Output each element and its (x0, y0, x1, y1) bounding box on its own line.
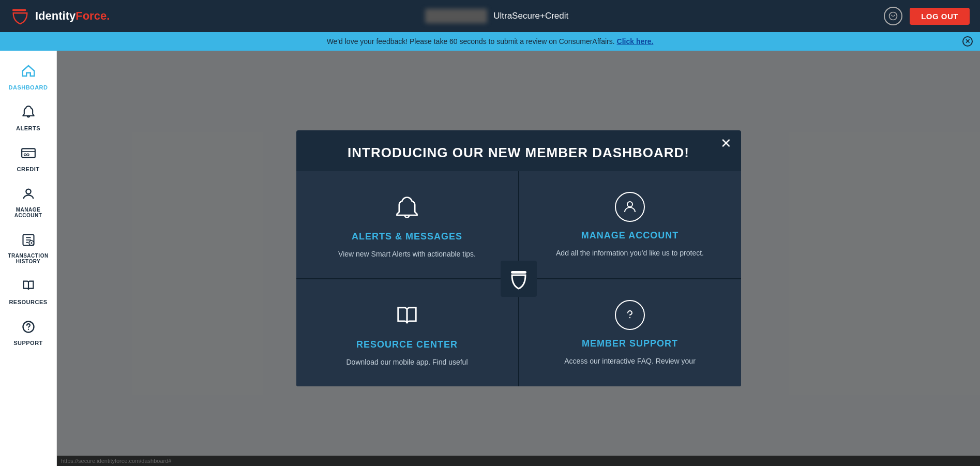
feedback-link[interactable]: Click here. (617, 37, 654, 46)
svg-rect-18 (511, 271, 526, 274)
sidebar-item-support[interactable]: SUPPORT (0, 312, 56, 353)
modal-card-title-resource: RESOURCE CENTER (356, 339, 458, 350)
modal-title: INTRODUCING OUR NEW MEMBER DASHBOARD! (317, 145, 720, 161)
feedback-close-button[interactable]: ✕ (962, 36, 973, 47)
modal-card-resource-center: RESOURCE CENTER Download our mobile app.… (296, 279, 518, 386)
sidebar: DASHBOARD ALERTS CREDIT (0, 51, 57, 466)
modal-card-title-support: MEMBER SUPPORT (582, 338, 678, 349)
center-logo-background (501, 261, 537, 297)
svg-rect-4 (22, 148, 35, 157)
navbar-center: UltraSecure+Credit (425, 9, 568, 23)
sidebar-item-alerts[interactable]: ALERTS (0, 98, 56, 139)
sidebar-item-credit[interactable]: CREDIT (0, 139, 56, 179)
svg-point-16 (627, 202, 632, 207)
chat-icon (888, 11, 898, 21)
sidebar-item-dashboard[interactable]: DASHBOARD (0, 56, 56, 98)
modal-card-desc-alerts: View new Smart Alerts with actionable ti… (338, 248, 476, 260)
sidebar-label-manage-account: MANAGE ACCOUNT (4, 207, 52, 218)
credit-icon (21, 146, 36, 164)
transaction-history-icon (21, 233, 36, 251)
svg-point-7 (26, 154, 28, 156)
manage-account-icon (21, 187, 36, 205)
sidebar-label-support: SUPPORT (13, 340, 43, 346)
sidebar-label-resources: RESOURCES (9, 299, 47, 305)
logo-text: IdentityForce. (35, 9, 110, 23)
plan-name: UltraSecure+Credit (493, 11, 568, 21)
navbar: IdentityForce. UltraSecure+Credit LOG OU… (0, 0, 980, 32)
support-icon (21, 320, 36, 338)
logout-button[interactable]: LOG OUT (910, 8, 970, 25)
bell-icon (21, 105, 36, 123)
home-icon (21, 63, 36, 82)
modal-card-title-manage: MANAGE ACCOUNT (581, 230, 679, 241)
modal-overlay: ✕ INTRODUCING OUR NEW MEMBER DASHBOARD! (57, 51, 980, 466)
content-area: ✕ INTRODUCING OUR NEW MEMBER DASHBOARD! (57, 51, 980, 466)
svg-rect-0 (12, 9, 26, 11)
sidebar-item-resources[interactable]: RESOURCES (0, 272, 56, 312)
svg-point-17 (629, 317, 630, 318)
chat-button[interactable] (884, 7, 902, 25)
identityforce-center-logo (506, 266, 532, 292)
modal-card-desc-resource: Download our mobile app. Find useful (346, 356, 468, 368)
modal-card-desc-support: Access our interactive FAQ. Review your (564, 355, 696, 367)
main-layout: DASHBOARD ALERTS CREDIT (0, 51, 980, 466)
resources-icon (21, 279, 36, 297)
svg-point-6 (24, 154, 26, 156)
feedback-bar: We'd love your feedback! Please take 60 … (0, 32, 980, 51)
modal: ✕ INTRODUCING OUR NEW MEMBER DASHBOARD! (296, 130, 741, 387)
sidebar-label-alerts: ALERTS (16, 125, 40, 131)
sidebar-label-transaction-history: TRANSACTION HISTORY (4, 253, 52, 264)
modal-close-button[interactable]: ✕ (720, 137, 732, 150)
modal-header: INTRODUCING OUR NEW MEMBER DASHBOARD! (296, 130, 741, 171)
book-modal-icon (391, 300, 423, 331)
sidebar-item-transaction-history[interactable]: TRANSACTION HISTORY (0, 226, 56, 272)
logo: IdentityForce. (10, 6, 110, 26)
modal-card-alerts-messages: ALERTS & MESSAGES View new Smart Alerts … (296, 171, 518, 278)
modal-card-desc-manage: Add all the information you'd like us to… (556, 247, 704, 259)
sidebar-label-credit: CREDIT (17, 166, 40, 172)
logo-icon (10, 6, 30, 26)
bell-modal-icon (391, 192, 423, 223)
modal-body: ALERTS & MESSAGES View new Smart Alerts … (296, 171, 741, 387)
feedback-text: We'd love your feedback! Please take 60 … (327, 37, 615, 46)
user-circle-modal-icon (615, 192, 645, 222)
sidebar-label-dashboard: DASHBOARD (9, 84, 48, 91)
modal-card-title-alerts: ALERTS & MESSAGES (352, 231, 462, 242)
svg-point-2 (891, 15, 892, 16)
navbar-right: LOG OUT (884, 7, 970, 25)
modal-card-member-support: MEMBER SUPPORT Access our interactive FA… (519, 279, 741, 386)
svg-point-3 (894, 15, 895, 16)
plan-badge-blurred (425, 9, 487, 23)
sidebar-item-manage-account[interactable]: MANAGE ACCOUNT (0, 179, 56, 226)
center-logo (501, 261, 537, 297)
question-circle-modal-icon (615, 300, 645, 330)
modal-card-manage-account: MANAGE ACCOUNT Add all the information y… (519, 171, 741, 278)
svg-point-8 (26, 189, 31, 194)
svg-point-15 (27, 329, 28, 330)
